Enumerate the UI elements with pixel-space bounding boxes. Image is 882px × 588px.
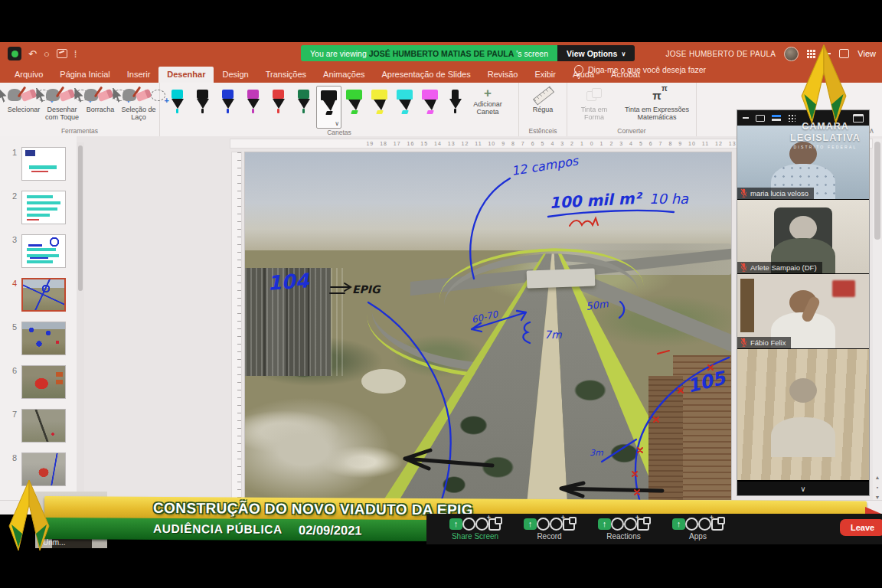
ribbon-tab[interactable]: Apresentação de Slides <box>374 67 479 83</box>
ink-to-math-button[interactable]: ππ Tinta em Expressões Matemáticas <box>622 86 691 122</box>
pen-tip <box>374 100 386 110</box>
pen[interactable]: ∨ <box>190 86 215 129</box>
ink-annotations: 12 campos 100 mil m² 10 ha 104 60-70 50m… <box>245 152 731 502</box>
slide-thumbnail[interactable]: 5 <box>0 322 77 365</box>
collapse-videos-bar[interactable]: ∨ <box>737 482 869 495</box>
pen-dropdown-chevron-icon[interactable]: ∨ <box>335 120 339 127</box>
draw-with-touch-icon <box>84 89 98 101</box>
tell-me-box[interactable]: Diga-me o que você deseja fazer <box>565 65 706 78</box>
participant-video-tile[interactable]: Fábio Felix <box>737 274 869 349</box>
camara-legislativa-logo <box>2 479 57 555</box>
pen-nib <box>277 109 279 113</box>
ribbon-tab[interactable]: Exibir <box>526 67 564 83</box>
undo-icon[interactable]: ↶ <box>28 49 37 59</box>
toolbar-button[interactable]: ↑ Apps <box>672 518 724 541</box>
pen-nib <box>454 109 456 113</box>
add-pen-button[interactable]: + Adicionar Caneta <box>468 87 508 116</box>
group-estenceis: Régua Estênceis <box>519 83 567 136</box>
slide-number: 8 <box>3 452 17 462</box>
pen-tip <box>348 100 361 110</box>
select-tool-icon <box>0 88 8 103</box>
slide-thumbnail[interactable]: 6 <box>0 365 77 409</box>
toolbar-button[interactable]: ↑ Reactions <box>598 518 649 541</box>
ribbon-tab[interactable]: Arquivo <box>6 67 51 83</box>
ink-text-3m: 3m <box>590 448 603 458</box>
reactions-icon <box>475 518 488 531</box>
pen[interactable]: ∨ <box>215 86 240 129</box>
pen[interactable]: ∨ <box>341 86 367 129</box>
next-slide-button[interactable]: ▼ <box>875 495 880 500</box>
ribbon-tab[interactable]: Design <box>214 67 256 83</box>
toolbar-button[interactable]: ↑ Share Screen <box>449 518 501 541</box>
ruler-button[interactable]: Régua <box>524 86 562 113</box>
scrollbar-thumb[interactable] <box>78 145 83 291</box>
participant-video-tile[interactable]: Arlete Sampaio (DF) <box>737 200 869 274</box>
ribbon-tab[interactable]: Revisão <box>479 67 527 83</box>
ribbon-tab[interactable]: Transições <box>257 67 315 83</box>
split-handle[interactable]: ▪ <box>877 485 878 490</box>
screen-viewing-banner: You are viewing JOSÉ HUMBERTO MATIAS DE … <box>301 45 635 61</box>
pen[interactable]: ∨ <box>165 86 190 129</box>
reactions-icon <box>624 518 637 531</box>
ribbon-tab[interactable]: Inserir <box>119 67 159 83</box>
group-label-converter: Converter <box>567 127 696 136</box>
leave-button[interactable]: Leave <box>840 519 882 536</box>
pen-cap <box>422 90 438 100</box>
slide-number: 5 <box>3 322 17 332</box>
pen[interactable]: ∨ <box>443 86 468 129</box>
ribbon-tab[interactable]: Animações <box>315 67 373 83</box>
draw-with-touch-icon <box>8 89 21 101</box>
previous-slide-button[interactable]: ▲ <box>875 475 880 480</box>
toolbar-button[interactable]: ↑ Record <box>524 518 575 541</box>
view-options-button[interactable]: View Options ∨ <box>557 45 635 61</box>
slide-preview <box>22 191 65 224</box>
pen[interactable]: ∨ <box>266 86 291 129</box>
slide-thumbnail[interactable]: 2 <box>0 191 77 234</box>
speaker-view-icon[interactable] <box>756 115 765 122</box>
toolbar-button-label: Reactions <box>606 532 640 541</box>
group-label-ferramentas: Ferramentas <box>0 127 159 136</box>
slide-thumbnail[interactable]: 7 <box>0 409 77 452</box>
toolbar-button-label: Apps <box>689 532 707 541</box>
slide-number: 4 <box>3 278 17 288</box>
pen-tip <box>424 100 436 110</box>
pen-tip <box>399 100 411 110</box>
pen[interactable]: ∨ <box>316 86 341 129</box>
pen[interactable]: ∨ <box>392 86 417 129</box>
minimize-panel-icon[interactable] <box>743 117 749 119</box>
pen[interactable]: ∨ <box>291 86 316 129</box>
slide-vertical-scrollbar[interactable]: ▲ ▪ ▼ <box>873 139 882 503</box>
repeat-icon[interactable]: ○ <box>44 49 50 59</box>
pen[interactable]: ∨ <box>367 86 392 129</box>
slide-thumbnail[interactable]: 1 <box>0 147 77 191</box>
pen[interactable]: ∨ <box>417 86 443 129</box>
pen-mode-icon[interactable] <box>57 49 67 58</box>
ribbon-tab[interactable]: Desenhar <box>158 67 214 83</box>
tell-me-label: Diga-me o que você deseja fazer <box>588 65 706 74</box>
scrollbar-thumb[interactable] <box>874 142 880 240</box>
customize-qat-icon[interactable]: ⁞ <box>74 49 77 59</box>
slide-thumbnail[interactable]: 3 <box>0 234 77 278</box>
slide-preview <box>22 148 65 180</box>
chevron-down-icon[interactable]: ∨ <box>800 485 805 493</box>
thumbnail-scrollbar[interactable] <box>77 142 84 510</box>
slide-canvas[interactable]: 12 campos 100 mil m² 10 ha 104 60-70 50m… <box>245 152 731 502</box>
pen-cap <box>172 90 183 99</box>
zoom-view-button[interactable]: View <box>858 49 876 58</box>
participant-video-tile[interactable]: benny schvarsberg <box>737 349 869 481</box>
slide-number: 3 <box>3 234 17 244</box>
group-canetas: ∨ ∨ ∨ <box>160 83 519 136</box>
ribbon-tool-button[interactable]: Seleção de Laço <box>119 86 158 122</box>
tool-label: Selecionar <box>8 106 41 113</box>
slide-thumbnail[interactable]: 4 <box>0 278 77 322</box>
draw-with-touch-icon <box>122 89 136 101</box>
ink-to-shape-button: Tinta em Forma <box>572 86 616 122</box>
pen[interactable]: ∨ <box>240 86 266 129</box>
gallery-strip-icon[interactable] <box>772 115 781 121</box>
slide-number: 7 <box>3 409 17 419</box>
pen-nib <box>325 111 333 115</box>
pen-tip <box>197 99 209 109</box>
share-screen-icon: ↑ <box>449 518 462 530</box>
reactions-icon <box>550 518 563 531</box>
ribbon-tab[interactable]: Página Inicial <box>51 67 118 83</box>
